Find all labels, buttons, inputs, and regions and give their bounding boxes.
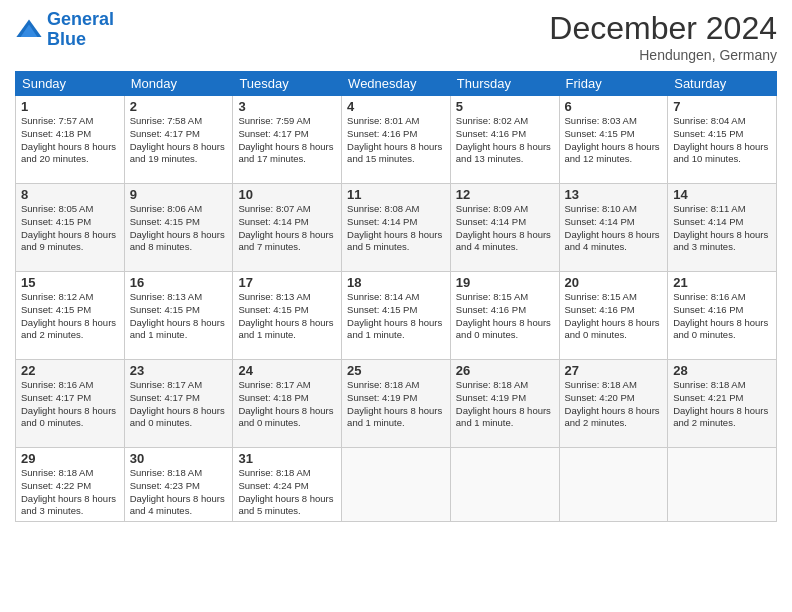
day-number: 24 <box>238 363 336 378</box>
day-info: Sunrise: 8:17 AM Sunset: 4:17 PM Dayligh… <box>130 379 228 430</box>
day-number: 21 <box>673 275 771 290</box>
day-info: Sunrise: 8:16 AM Sunset: 4:16 PM Dayligh… <box>673 291 771 342</box>
table-row: 12 Sunrise: 8:09 AM Sunset: 4:14 PM Dayl… <box>450 184 559 272</box>
day-info: Sunrise: 8:03 AM Sunset: 4:15 PM Dayligh… <box>565 115 663 166</box>
day-info: Sunrise: 8:02 AM Sunset: 4:16 PM Dayligh… <box>456 115 554 166</box>
day-number: 2 <box>130 99 228 114</box>
table-row: 21 Sunrise: 8:16 AM Sunset: 4:16 PM Dayl… <box>668 272 777 360</box>
table-row: 13 Sunrise: 8:10 AM Sunset: 4:14 PM Dayl… <box>559 184 668 272</box>
day-number: 12 <box>456 187 554 202</box>
logo-icon <box>15 16 43 44</box>
day-info: Sunrise: 7:59 AM Sunset: 4:17 PM Dayligh… <box>238 115 336 166</box>
day-number: 6 <box>565 99 663 114</box>
day-info: Sunrise: 8:18 AM Sunset: 4:19 PM Dayligh… <box>347 379 445 430</box>
logo: General Blue <box>15 10 114 50</box>
day-number: 1 <box>21 99 119 114</box>
day-number: 27 <box>565 363 663 378</box>
day-number: 4 <box>347 99 445 114</box>
table-row <box>342 448 451 522</box>
day-info: Sunrise: 8:05 AM Sunset: 4:15 PM Dayligh… <box>21 203 119 254</box>
table-row: 10 Sunrise: 8:07 AM Sunset: 4:14 PM Dayl… <box>233 184 342 272</box>
page: General Blue December 2024 Hendungen, Ge… <box>0 0 792 612</box>
table-row: 25 Sunrise: 8:18 AM Sunset: 4:19 PM Dayl… <box>342 360 451 448</box>
day-info: Sunrise: 8:18 AM Sunset: 4:19 PM Dayligh… <box>456 379 554 430</box>
table-row <box>559 448 668 522</box>
col-wednesday: Wednesday <box>342 72 451 96</box>
day-number: 25 <box>347 363 445 378</box>
col-friday: Friday <box>559 72 668 96</box>
day-number: 14 <box>673 187 771 202</box>
table-row: 1 Sunrise: 7:57 AM Sunset: 4:18 PM Dayli… <box>16 96 125 184</box>
day-number: 5 <box>456 99 554 114</box>
table-row: 24 Sunrise: 8:17 AM Sunset: 4:18 PM Dayl… <box>233 360 342 448</box>
table-row: 22 Sunrise: 8:16 AM Sunset: 4:17 PM Dayl… <box>16 360 125 448</box>
day-info: Sunrise: 8:18 AM Sunset: 4:21 PM Dayligh… <box>673 379 771 430</box>
day-info: Sunrise: 8:18 AM Sunset: 4:23 PM Dayligh… <box>130 467 228 518</box>
day-info: Sunrise: 8:10 AM Sunset: 4:14 PM Dayligh… <box>565 203 663 254</box>
table-row: 3 Sunrise: 7:59 AM Sunset: 4:17 PM Dayli… <box>233 96 342 184</box>
day-info: Sunrise: 8:18 AM Sunset: 4:24 PM Dayligh… <box>238 467 336 518</box>
day-number: 20 <box>565 275 663 290</box>
table-row: 26 Sunrise: 8:18 AM Sunset: 4:19 PM Dayl… <box>450 360 559 448</box>
day-info: Sunrise: 8:06 AM Sunset: 4:15 PM Dayligh… <box>130 203 228 254</box>
day-number: 29 <box>21 451 119 466</box>
day-number: 17 <box>238 275 336 290</box>
header: General Blue December 2024 Hendungen, Ge… <box>15 10 777 63</box>
day-number: 22 <box>21 363 119 378</box>
col-monday: Monday <box>124 72 233 96</box>
day-info: Sunrise: 8:07 AM Sunset: 4:14 PM Dayligh… <box>238 203 336 254</box>
table-row: 8 Sunrise: 8:05 AM Sunset: 4:15 PM Dayli… <box>16 184 125 272</box>
calendar: Sunday Monday Tuesday Wednesday Thursday… <box>15 71 777 522</box>
day-info: Sunrise: 8:17 AM Sunset: 4:18 PM Dayligh… <box>238 379 336 430</box>
day-info: Sunrise: 7:58 AM Sunset: 4:17 PM Dayligh… <box>130 115 228 166</box>
day-info: Sunrise: 8:18 AM Sunset: 4:20 PM Dayligh… <box>565 379 663 430</box>
table-row <box>450 448 559 522</box>
day-info: Sunrise: 8:13 AM Sunset: 4:15 PM Dayligh… <box>130 291 228 342</box>
table-row: 28 Sunrise: 8:18 AM Sunset: 4:21 PM Dayl… <box>668 360 777 448</box>
day-info: Sunrise: 8:18 AM Sunset: 4:22 PM Dayligh… <box>21 467 119 518</box>
day-number: 19 <box>456 275 554 290</box>
day-number: 16 <box>130 275 228 290</box>
col-tuesday: Tuesday <box>233 72 342 96</box>
day-info: Sunrise: 8:11 AM Sunset: 4:14 PM Dayligh… <box>673 203 771 254</box>
col-saturday: Saturday <box>668 72 777 96</box>
day-number: 23 <box>130 363 228 378</box>
location: Hendungen, Germany <box>549 47 777 63</box>
day-number: 30 <box>130 451 228 466</box>
table-row: 5 Sunrise: 8:02 AM Sunset: 4:16 PM Dayli… <box>450 96 559 184</box>
day-number: 3 <box>238 99 336 114</box>
table-row: 11 Sunrise: 8:08 AM Sunset: 4:14 PM Dayl… <box>342 184 451 272</box>
day-number: 11 <box>347 187 445 202</box>
day-number: 18 <box>347 275 445 290</box>
calendar-header-row: Sunday Monday Tuesday Wednesday Thursday… <box>16 72 777 96</box>
title-block: December 2024 Hendungen, Germany <box>549 10 777 63</box>
day-number: 10 <box>238 187 336 202</box>
table-row: 4 Sunrise: 8:01 AM Sunset: 4:16 PM Dayli… <box>342 96 451 184</box>
table-row: 19 Sunrise: 8:15 AM Sunset: 4:16 PM Dayl… <box>450 272 559 360</box>
table-row: 16 Sunrise: 8:13 AM Sunset: 4:15 PM Dayl… <box>124 272 233 360</box>
day-info: Sunrise: 8:01 AM Sunset: 4:16 PM Dayligh… <box>347 115 445 166</box>
day-number: 15 <box>21 275 119 290</box>
day-number: 31 <box>238 451 336 466</box>
logo-text: General Blue <box>47 10 114 50</box>
day-info: Sunrise: 8:15 AM Sunset: 4:16 PM Dayligh… <box>456 291 554 342</box>
day-info: Sunrise: 8:04 AM Sunset: 4:15 PM Dayligh… <box>673 115 771 166</box>
table-row: 27 Sunrise: 8:18 AM Sunset: 4:20 PM Dayl… <box>559 360 668 448</box>
table-row: 6 Sunrise: 8:03 AM Sunset: 4:15 PM Dayli… <box>559 96 668 184</box>
table-row: 14 Sunrise: 8:11 AM Sunset: 4:14 PM Dayl… <box>668 184 777 272</box>
day-info: Sunrise: 7:57 AM Sunset: 4:18 PM Dayligh… <box>21 115 119 166</box>
day-number: 28 <box>673 363 771 378</box>
table-row: 18 Sunrise: 8:14 AM Sunset: 4:15 PM Dayl… <box>342 272 451 360</box>
day-info: Sunrise: 8:09 AM Sunset: 4:14 PM Dayligh… <box>456 203 554 254</box>
table-row: 29 Sunrise: 8:18 AM Sunset: 4:22 PM Dayl… <box>16 448 125 522</box>
col-sunday: Sunday <box>16 72 125 96</box>
day-info: Sunrise: 8:08 AM Sunset: 4:14 PM Dayligh… <box>347 203 445 254</box>
day-info: Sunrise: 8:12 AM Sunset: 4:15 PM Dayligh… <box>21 291 119 342</box>
day-number: 26 <box>456 363 554 378</box>
logo-general: General <box>47 9 114 29</box>
day-info: Sunrise: 8:13 AM Sunset: 4:15 PM Dayligh… <box>238 291 336 342</box>
table-row: 30 Sunrise: 8:18 AM Sunset: 4:23 PM Dayl… <box>124 448 233 522</box>
day-number: 9 <box>130 187 228 202</box>
day-info: Sunrise: 8:14 AM Sunset: 4:15 PM Dayligh… <box>347 291 445 342</box>
table-row: 23 Sunrise: 8:17 AM Sunset: 4:17 PM Dayl… <box>124 360 233 448</box>
